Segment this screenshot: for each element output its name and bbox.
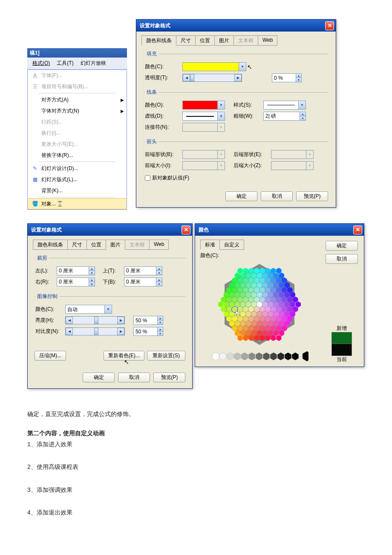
spinner-up-icon[interactable]: ▲: [89, 278, 95, 282]
preview-button[interactable]: 预览(P): [296, 191, 328, 201]
group-line: 线条 颜色(O): ▼ 样式(S): ▼ 虚线(D):: [144, 89, 328, 135]
spinner-down-icon[interactable]: ▼: [157, 321, 163, 324]
menu-slideshow[interactable]: 幻灯片放映: [77, 58, 110, 69]
menu-item-font[interactable]: A字体(F)...: [28, 70, 127, 81]
crop-right-spinner[interactable]: ▲▼: [57, 278, 95, 286]
cancel-button[interactable]: 取消: [326, 254, 358, 264]
tab-size[interactable]: 尺寸: [67, 240, 87, 250]
grayscale-row[interactable]: [200, 351, 319, 361]
close-button[interactable]: ✕: [353, 225, 362, 234]
menu-item-changecase[interactable]: 更改大小写(E)...: [28, 139, 127, 150]
menu-item-object[interactable]: 🪣对象...⌛: [28, 198, 127, 209]
transparency-spinner[interactable]: ▲▼: [272, 73, 302, 82]
spinner-down-icon[interactable]: ▼: [89, 271, 95, 275]
tab-picture[interactable]: 图片: [214, 35, 234, 46]
tab-picture[interactable]: 图片: [106, 240, 125, 250]
spinner-down-icon[interactable]: ▼: [156, 282, 162, 286]
weight-input[interactable]: [264, 112, 300, 120]
imgcolor-dropdown[interactable]: 自动 ▼: [65, 305, 112, 314]
close-icon: ✕: [328, 23, 332, 29]
menu-format[interactable]: 格式(O): [29, 58, 53, 69]
slider-right-icon[interactable]: ▶: [117, 317, 124, 324]
cancel-button[interactable]: 取消: [118, 373, 150, 382]
menu-item-slidedesign[interactable]: ✎幻灯片设计(D)...: [28, 163, 127, 174]
spinner-down-icon[interactable]: ▼: [300, 116, 306, 120]
crop-left-input[interactable]: [57, 267, 89, 275]
tab-position[interactable]: 位置: [86, 240, 106, 250]
tab-custom[interactable]: 自定义: [219, 240, 244, 250]
spinner-down-icon[interactable]: ▼: [89, 282, 95, 286]
document-text: 确定，直至完成设置，完成公式的修饰。 第二个内容，使用自定义动画 1、添加进入效…: [27, 408, 364, 518]
spinner-down-icon[interactable]: ▼: [156, 271, 162, 275]
menu-item-wrap[interactable]: 换行(I)...: [28, 127, 127, 139]
menu-item-replacefont[interactable]: 替换字体(R)...: [28, 150, 127, 161]
group-arrow: 箭头 前端形状(B): ▼ 后端形状(E): ▼ 前端大小(I): ▼ 后端大小…: [144, 138, 328, 185]
slider-right-icon[interactable]: ▶: [117, 328, 124, 335]
crop-top-spinner[interactable]: ▲▼: [124, 266, 162, 275]
slider-left-icon[interactable]: ◀: [66, 328, 73, 335]
contrast-slider[interactable]: ◀▶: [65, 327, 125, 335]
spinner-down-icon[interactable]: ▼: [157, 332, 163, 335]
spinner-up-icon[interactable]: ▲: [157, 327, 163, 332]
preview-button[interactable]: 预览(P): [153, 373, 185, 382]
crop-bottom-spinner[interactable]: ▲▼: [124, 278, 162, 286]
ok-button[interactable]: 确定: [83, 373, 115, 382]
spinner-up-icon[interactable]: ▲: [296, 74, 301, 78]
brightness-input[interactable]: [134, 316, 157, 324]
fill-color-dropdown[interactable]: ▼: [182, 62, 246, 71]
spinner-up-icon[interactable]: ▲: [300, 112, 306, 116]
begin-shape-dropdown: ▼: [182, 150, 225, 159]
brightness-spinner[interactable]: ▲▼: [133, 316, 163, 325]
label-right: 右(R):: [35, 278, 57, 286]
crop-bottom-input[interactable]: [124, 278, 156, 286]
slider-left-icon[interactable]: ◀: [183, 74, 190, 81]
slider-left-icon[interactable]: ◀: [66, 317, 73, 324]
recolor-button[interactable]: 重新着色(E)...↖: [104, 351, 144, 361]
crop-right-input[interactable]: [57, 278, 89, 286]
weight-spinner[interactable]: ▲▼: [263, 112, 306, 121]
tab-colors-lines[interactable]: 颜色和线条: [33, 240, 68, 250]
contrast-input[interactable]: [134, 327, 157, 335]
menu-item-font-align[interactable]: 字体对齐方式(N)▶: [28, 105, 127, 116]
close-button[interactable]: ✕: [182, 225, 190, 234]
compress-button[interactable]: 压缩(M)...: [35, 351, 66, 361]
tab-size[interactable]: 尺寸: [176, 35, 196, 46]
crop-left-spinner[interactable]: ▲▼: [57, 266, 95, 275]
contrast-spinner[interactable]: ▲▼: [133, 327, 163, 336]
tab-colors-lines[interactable]: 颜色和线条: [141, 35, 176, 46]
spinner-down-icon[interactable]: ▼: [296, 78, 301, 82]
tab-web[interactable]: Web: [149, 240, 169, 250]
spinner-up-icon[interactable]: ▲: [156, 267, 162, 271]
menu-item-slidelayout[interactable]: ▦幻灯片版式(L)...: [28, 174, 127, 185]
menu-item-linespacing[interactable]: 行距(S)...: [28, 116, 127, 127]
crop-top-input[interactable]: [124, 267, 156, 275]
list-item: 1、添加进入效果: [27, 439, 364, 450]
cancel-button[interactable]: 取消: [261, 191, 293, 201]
reset-button[interactable]: 重新设置(S): [147, 351, 185, 361]
brightness-slider[interactable]: ◀▶: [65, 316, 125, 324]
color-hexagon[interactable]: [217, 262, 302, 347]
line-color-dropdown[interactable]: ▼: [182, 101, 225, 110]
tab-standard[interactable]: 标准: [200, 240, 220, 250]
close-button[interactable]: ✕: [325, 21, 334, 30]
menu-tools[interactable]: 工具(T): [53, 58, 77, 69]
svg-marker-9: [237, 335, 242, 341]
menu-item-bullets[interactable]: ☰项目符号和编号(B)...: [28, 81, 127, 92]
transparency-slider[interactable]: ◀ ▶: [182, 74, 242, 82]
tab-position[interactable]: 位置: [195, 35, 215, 46]
tab-web[interactable]: Web: [258, 35, 277, 46]
dash-dropdown[interactable]: ▼: [182, 112, 225, 121]
slider-right-icon[interactable]: ▶: [234, 74, 242, 81]
chevron-down-icon: ▼: [306, 150, 313, 159]
menu-item-align[interactable]: 对齐方式(A)▶: [28, 94, 127, 105]
spinner-up-icon[interactable]: ▲: [157, 316, 163, 321]
spinner-up-icon[interactable]: ▲: [89, 267, 95, 271]
ok-button[interactable]: 确定: [225, 191, 257, 201]
menu-item-background[interactable]: 背景(K)...: [28, 185, 127, 196]
line-style-dropdown[interactable]: ▼: [263, 101, 306, 110]
new-default-checkbox[interactable]: [145, 175, 150, 181]
close-icon: ✕: [356, 227, 360, 233]
transparency-input[interactable]: [272, 74, 296, 82]
spinner-up-icon[interactable]: ▲: [156, 278, 162, 282]
ok-button[interactable]: 确定: [326, 241, 358, 251]
